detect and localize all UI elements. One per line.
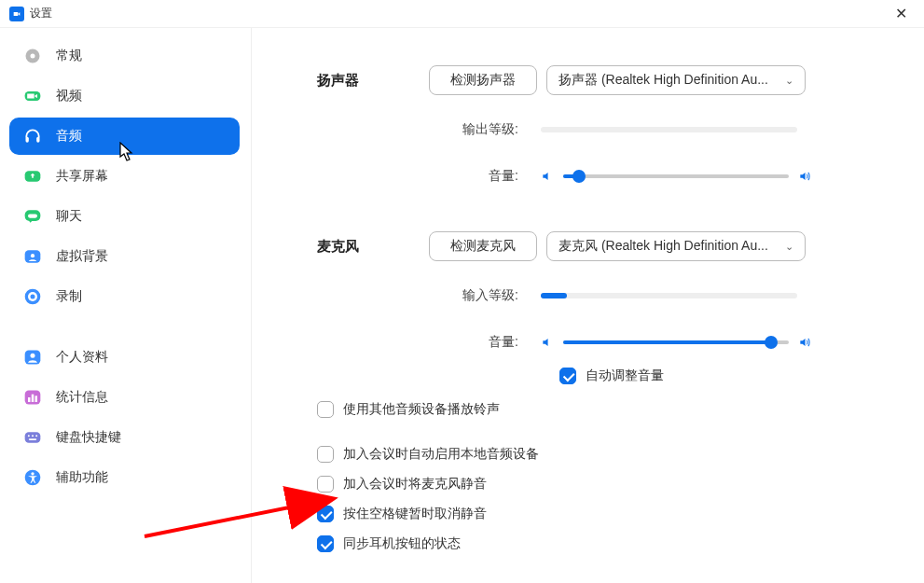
sidebar-item-label: 聊天 (56, 208, 82, 225)
sidebar-item-label: 音频 (56, 128, 82, 145)
chevron-down-icon: ⌄ (785, 75, 793, 87)
svg-rect-19 (25, 432, 41, 443)
sidebar-item-vbg[interactable]: 虚拟背景 (9, 238, 240, 275)
option-label: 使用其他音频设备播放铃声 (343, 401, 500, 418)
svg-point-20 (28, 435, 30, 437)
sidebar-item-profile[interactable]: 个人资料 (9, 339, 240, 376)
svg-point-1 (31, 54, 35, 59)
option-checkbox-mute[interactable] (317, 476, 334, 493)
speaker-device-select[interactable]: 扬声器 (Realtek High Definition Au... ⌄ (546, 65, 806, 95)
sidebar-item-label: 虚拟背景 (56, 248, 108, 265)
keyboard-icon (22, 427, 43, 448)
option-checkbox-headset[interactable] (317, 535, 334, 552)
sidebar-item-label: 视频 (56, 88, 82, 104)
auto-adjust-row: 自动调整音量 (317, 368, 887, 384)
speaker-output-level (541, 127, 797, 132)
volume-high-icon (798, 170, 811, 183)
sidebar-item-label: 常规 (56, 48, 82, 64)
accessibility-icon (22, 467, 43, 488)
sidebar-item-shortcut[interactable]: 键盘快捷键 (9, 419, 240, 456)
sidebar-item-label: 辅助功能 (56, 469, 108, 486)
mic-device-text: 麦克风 (Realtek High Definition Au... (559, 238, 768, 255)
sidebar-item-share[interactable]: 共享屏幕 (9, 158, 240, 195)
option-label: 加入会议时自动启用本地音频设备 (343, 446, 539, 463)
mic-input-row: 输入等级: (317, 287, 887, 304)
sidebar-item-label: 录制 (56, 288, 82, 305)
sidebar-item-chat[interactable]: 聊天 (9, 198, 240, 235)
speaker-row: 扬声器 检测扬声器 扬声器 (Realtek High Definition A… (317, 65, 887, 95)
content-pane: 扬声器 检测扬声器 扬声器 (Realtek High Definition A… (252, 28, 924, 583)
option-checkbox-ring[interactable] (317, 401, 334, 418)
svg-rect-16 (28, 397, 31, 402)
speaker-volume-control (541, 170, 811, 183)
option-label: 同步耳机按钮的状态 (343, 535, 461, 552)
sidebar-item-accessibility[interactable]: 辅助功能 (9, 459, 240, 496)
mic-volume-label: 音量: (429, 334, 541, 351)
mic-volume-slider[interactable] (563, 340, 789, 344)
mic-device-select[interactable]: 麦克风 (Realtek High Definition Au... ⌄ (546, 231, 806, 261)
option-label: 加入会议时将麦克风静音 (343, 476, 487, 493)
audio-options: 使用其他音频设备播放铃声 加入会议时自动启用本地音频设备 加入会议时将麦克风静音… (317, 401, 887, 552)
svg-point-22 (35, 435, 37, 437)
chat-icon (22, 206, 43, 227)
svg-rect-3 (26, 137, 29, 143)
mic-row: 麦克风 检测麦克风 麦克风 (Realtek High Definition A… (317, 231, 887, 261)
volume-high-icon (798, 336, 811, 349)
mic-volume-control (541, 336, 811, 349)
test-speaker-button[interactable]: 检测扬声器 (429, 65, 537, 95)
sidebar-item-general[interactable]: 常规 (9, 37, 240, 75)
svg-point-21 (32, 435, 34, 437)
sidebar-item-label: 个人资料 (56, 349, 108, 366)
auto-adjust-checkbox[interactable] (559, 368, 576, 384)
zoom-app-icon (9, 7, 24, 21)
speaker-heading: 扬声器 (317, 72, 429, 90)
svg-rect-7 (28, 215, 37, 218)
option-checkbox-autojoin[interactable] (317, 446, 334, 463)
sidebar-item-label: 共享屏幕 (56, 168, 108, 185)
sidebar-item-label: 统计信息 (56, 389, 108, 406)
speaker-device-text: 扬声器 (Realtek High Definition Au... (559, 72, 768, 89)
chevron-down-icon: ⌄ (785, 241, 793, 253)
profile-icon (22, 347, 43, 368)
headphone-icon (22, 126, 43, 146)
video-icon (22, 86, 43, 106)
svg-point-9 (31, 254, 34, 257)
main-area: 常规 视频 音频 共享屏幕 聊天 (0, 28, 924, 583)
mic-volume-row: 音量: (317, 334, 887, 351)
svg-rect-23 (29, 438, 36, 440)
svg-point-25 (31, 472, 34, 475)
speaker-volume-row: 音量: (317, 168, 887, 185)
window-title: 设置 (30, 6, 52, 21)
volume-low-icon (541, 336, 554, 349)
sidebar-item-video[interactable]: 视频 (9, 77, 240, 115)
svg-rect-18 (35, 396, 38, 402)
stats-icon (22, 387, 43, 408)
gear-icon (22, 46, 43, 66)
option-label: 按住空格键暂时取消静音 (343, 506, 487, 522)
volume-low-icon (541, 170, 554, 183)
share-screen-icon (22, 166, 43, 187)
close-button[interactable]: ✕ (887, 5, 915, 23)
output-level-label: 输出等级: (429, 121, 541, 138)
sidebar-item-label: 键盘快捷键 (56, 429, 121, 446)
test-mic-button[interactable]: 检测麦克风 (429, 231, 537, 261)
speaker-volume-label: 音量: (429, 168, 541, 185)
speaker-volume-slider[interactable] (563, 174, 789, 178)
svg-rect-4 (36, 137, 39, 143)
sidebar: 常规 视频 音频 共享屏幕 聊天 (0, 28, 252, 583)
mic-heading: 麦克风 (317, 238, 429, 256)
option-row-space: 按住空格键暂时取消静音 (317, 506, 887, 522)
sidebar-item-record[interactable]: 录制 (9, 278, 240, 315)
input-level-label: 输入等级: (429, 287, 541, 304)
sidebar-item-audio[interactable]: 音频 (9, 118, 240, 155)
option-checkbox-space[interactable] (317, 506, 334, 522)
title-left: 设置 (9, 6, 52, 21)
title-bar: 设置 ✕ (0, 0, 924, 28)
option-row-ring: 使用其他音频设备播放铃声 (317, 401, 887, 418)
mic-input-level (541, 293, 797, 298)
record-icon (22, 286, 43, 307)
option-row-autojoin: 加入会议时自动启用本地音频设备 (317, 446, 887, 463)
option-row-headset: 同步耳机按钮的状态 (317, 535, 887, 552)
speaker-output-row: 输出等级: (317, 121, 887, 138)
sidebar-item-stats[interactable]: 统计信息 (9, 379, 240, 416)
